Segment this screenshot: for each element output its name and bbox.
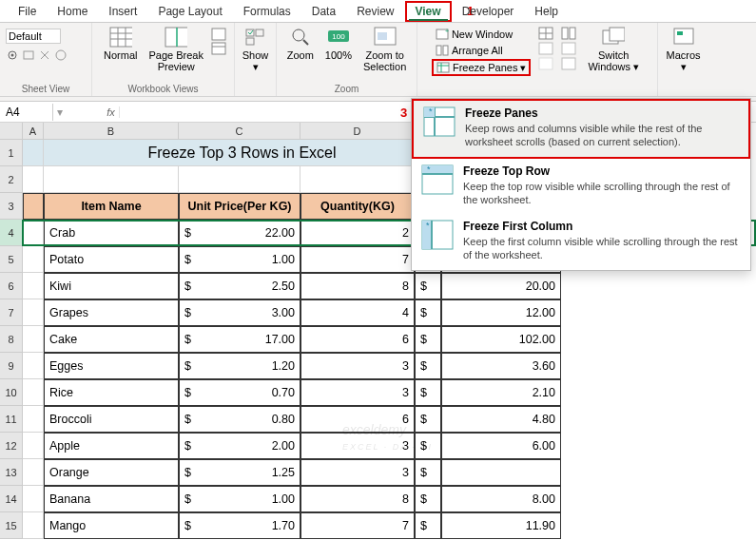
side-by-side-icon[interactable] [561, 27, 576, 40]
cell[interactable] [23, 406, 44, 433]
name-box[interactable]: A4 [0, 104, 53, 121]
cell[interactable] [23, 433, 44, 459]
cell[interactable]: 7 [300, 246, 415, 273]
tab-pagelayout[interactable]: Page Layout [147, 1, 232, 22]
cell[interactable] [441, 459, 561, 486]
cell[interactable] [23, 512, 44, 539]
cell[interactable]: $0.80 [179, 406, 300, 433]
freeze-first-col-item[interactable]: * Freeze First ColumnKeep the first colu… [412, 214, 750, 270]
cell[interactable] [23, 246, 44, 273]
tab-formulas[interactable]: Formulas [233, 1, 301, 22]
cell[interactable]: $2.50 [179, 273, 300, 299]
cell[interactable]: Apple [44, 433, 179, 459]
cell[interactable]: 6 [300, 406, 415, 433]
cell[interactable]: $1.70 [179, 512, 300, 539]
cell[interactable] [23, 353, 44, 379]
cell[interactable]: $3.00 [179, 299, 300, 326]
cell[interactable]: $ [415, 326, 441, 353]
row-header-7[interactable]: 7 [0, 299, 23, 326]
cell[interactable]: 12.00 [441, 299, 561, 326]
row-header-12[interactable]: 12 [0, 433, 23, 459]
cell[interactable]: Orange [44, 459, 179, 486]
split-icon[interactable] [538, 27, 553, 40]
tab-view[interactable]: View [405, 1, 452, 22]
cell[interactable]: Unit Price(Per KG) [179, 193, 300, 220]
tab-insert[interactable]: Insert [98, 1, 147, 22]
freeze-top-row-item[interactable]: * Freeze Top RowKeep the top row visible… [412, 159, 750, 215]
zoom-100-button[interactable]: 100 100% [321, 25, 356, 63]
cell[interactable]: $1.25 [179, 459, 300, 486]
exit-icon[interactable] [38, 48, 51, 62]
cell[interactable]: 8 [300, 486, 415, 512]
options-icon[interactable] [54, 48, 68, 62]
cell[interactable]: Banana [44, 486, 179, 512]
cell[interactable] [23, 379, 44, 406]
col-header-B[interactable]: B [44, 123, 179, 140]
cell[interactable]: 3 [300, 459, 415, 486]
row-header-3[interactable]: 3 [0, 193, 23, 220]
cell[interactable] [23, 299, 44, 326]
custom-views-icon[interactable] [211, 42, 226, 55]
cell[interactable]: 6.00 [441, 433, 561, 459]
cell[interactable]: Cake [44, 326, 179, 353]
tab-data[interactable]: Data [301, 1, 346, 22]
tab-review[interactable]: Review [346, 1, 404, 22]
cell[interactable]: 3.60 [441, 353, 561, 379]
tab-home[interactable]: Home [47, 1, 98, 22]
cell[interactable] [23, 166, 44, 193]
eye-icon[interactable] [6, 48, 19, 62]
cell[interactable]: Potato [44, 246, 179, 273]
row-header-6[interactable]: 6 [0, 273, 23, 299]
cell[interactable]: $ [415, 379, 441, 406]
cell[interactable]: Quantity(KG) [300, 193, 415, 220]
cell[interactable] [23, 220, 44, 246]
cell[interactable]: 2.10 [441, 379, 561, 406]
cell[interactable]: Grapes [44, 299, 179, 326]
cell[interactable]: Kiwi [44, 273, 179, 299]
cell[interactable]: $ [415, 299, 441, 326]
cell[interactable]: $ [415, 433, 441, 459]
show-button[interactable]: Show ▾ [239, 25, 273, 74]
cell[interactable]: 2 [300, 220, 415, 246]
cell[interactable] [44, 166, 179, 193]
cell[interactable]: $0.70 [179, 379, 300, 406]
row-header-9[interactable]: 9 [0, 353, 23, 379]
row-header-1[interactable]: 1 [0, 140, 23, 166]
cell[interactable]: $ [415, 406, 441, 433]
unhide-icon[interactable] [538, 57, 553, 70]
pagelayout-icon[interactable] [211, 28, 226, 41]
hide-icon[interactable] [538, 42, 553, 55]
cell[interactable] [300, 166, 415, 193]
cell[interactable]: 11.90 [441, 512, 561, 539]
row-header-10[interactable]: 10 [0, 379, 23, 406]
cell[interactable]: $ [415, 459, 441, 486]
cell[interactable]: Broccoli [44, 406, 179, 433]
row-header-14[interactable]: 14 [0, 486, 23, 512]
new-window-button[interactable]: +New Window [432, 27, 531, 42]
col-header-D[interactable]: D [300, 123, 415, 140]
tab-developer[interactable]: Developer [452, 1, 525, 22]
cell[interactable]: $ [415, 353, 441, 379]
zoom-selection-button[interactable]: Zoom to Selection [359, 25, 410, 74]
cell[interactable]: 20.00 [441, 273, 561, 299]
cell[interactable]: Item Name [44, 193, 179, 220]
normal-view-button[interactable]: Normal [100, 25, 141, 63]
cell[interactable]: 4.80 [441, 406, 561, 433]
row-header-8[interactable]: 8 [0, 326, 23, 353]
cell[interactable] [23, 326, 44, 353]
cell[interactable]: Rice [44, 379, 179, 406]
row-header-15[interactable]: 15 [0, 512, 23, 539]
arrange-all-button[interactable]: Arrange All [432, 43, 531, 58]
row-header-2[interactable]: 2 [0, 166, 23, 193]
cell[interactable]: Mango [44, 512, 179, 539]
cell[interactable]: 3 [300, 379, 415, 406]
cell[interactable]: Crab [44, 220, 179, 246]
cell[interactable]: $22.00 [179, 220, 300, 246]
col-header-C[interactable]: C [179, 123, 300, 140]
row-header-13[interactable]: 13 [0, 459, 23, 486]
cell[interactable]: 7 [300, 512, 415, 539]
cell[interactable]: 4 [300, 299, 415, 326]
switch-windows-button[interactable]: Switch Windows ▾ [584, 25, 643, 74]
row-header-4[interactable]: 4 [0, 220, 23, 246]
cell[interactable] [23, 459, 44, 486]
